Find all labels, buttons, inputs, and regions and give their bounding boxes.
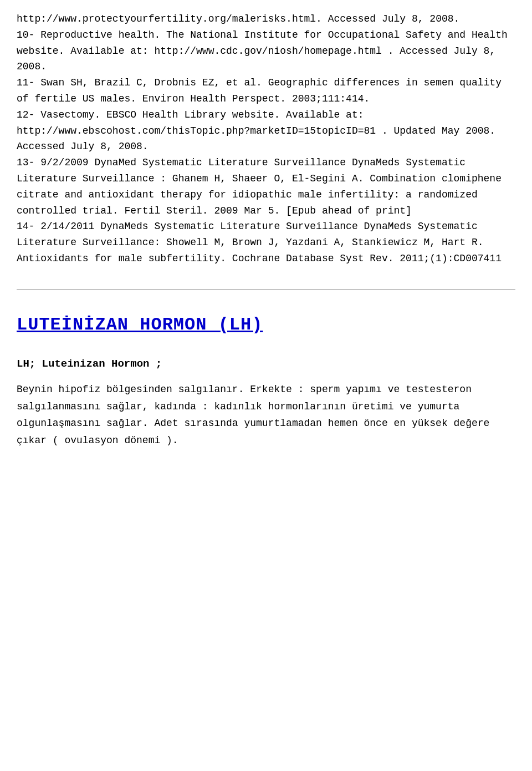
ref9-url: http://www.protectyourfertility.org/male…: [17, 13, 316, 24]
ref11-label: 11- Swan SH, Brazil C, Drobnis EZ, et al…: [17, 77, 262, 88]
ref14-text: 14- 2/14/2011 DynaMeds Systematic Litera…: [17, 219, 515, 266]
definition-body: Beynin hipofiz bölgesinden salgılanır. E…: [17, 381, 515, 449]
ref12-label: 12- Vasectomy.: [17, 109, 100, 120]
ref10-label: 10- Reproductive health.: [17, 29, 160, 40]
references-section: http://www.protectyourfertility.org/male…: [17, 11, 515, 267]
section-divider: [17, 289, 515, 290]
ref13-label: 13- 9/2/2009 DynaMed Systematic Literatu…: [17, 157, 346, 168]
definition-block: LH; Luteinizan Hormon ; Beynin hipofiz b…: [17, 355, 515, 449]
definition-term: LH; Luteinizan Hormon ;: [17, 355, 515, 373]
ref14-label: 14- 2/14/2011 DynaMeds Systematic Litera…: [17, 221, 358, 232]
ref9-accessed: . Accessed July 8, 2008.: [316, 13, 459, 24]
section-heading: LUTEİNİZAN HORMON (LH): [17, 312, 515, 338]
lh-section: LUTEİNİZAN HORMON (LH) LH; Luteinizan Ho…: [17, 312, 515, 449]
ref11-text: 11- Swan SH, Brazil C, Drobnis EZ, et al…: [17, 75, 515, 107]
ref9-text: http://www.protectyourfertility.org/male…: [17, 11, 515, 27]
ref13-text: 13- 9/2/2009 DynaMed Systematic Literatu…: [17, 155, 515, 219]
ref10-text: 10- Reproductive health. The National In…: [17, 27, 515, 75]
ref12-text: 12- Vasectomy. EBSCO Health Library webs…: [17, 107, 515, 155]
